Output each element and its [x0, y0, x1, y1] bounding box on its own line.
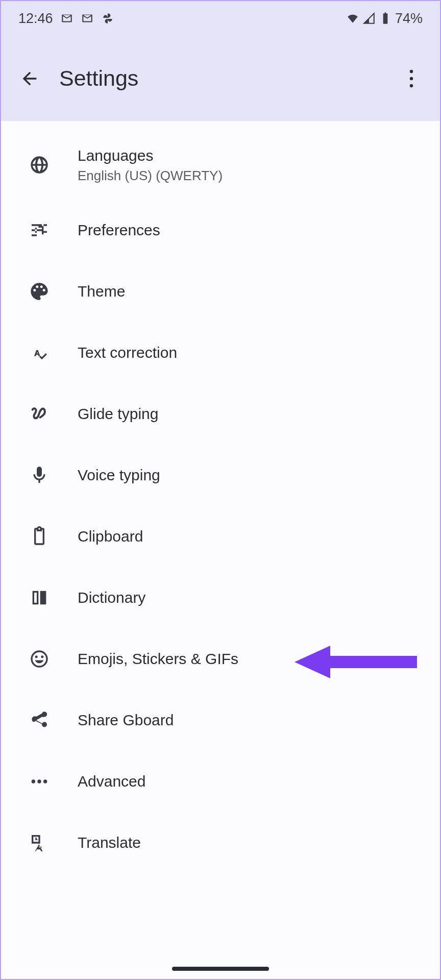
signal-icon — [362, 12, 376, 25]
arrow-back-icon — [19, 68, 40, 89]
gesture-nav-bar — [172, 967, 269, 971]
smiley-icon — [1, 649, 78, 669]
settings-item-share-gboard[interactable]: Share Gboard — [1, 690, 440, 751]
svg-point-3 — [410, 84, 413, 87]
back-button[interactable] — [13, 62, 46, 95]
item-title: Theme — [78, 282, 428, 301]
palette-icon — [1, 281, 78, 302]
mail-icon — [60, 12, 74, 25]
settings-item-clipboard[interactable]: Clipboard — [1, 506, 440, 567]
item-title: Advanced — [78, 772, 428, 791]
settings-item-preferences[interactable]: Preferences — [1, 200, 440, 261]
mic-icon — [1, 465, 78, 485]
settings-item-glide-typing[interactable]: Glide typing — [1, 383, 440, 445]
clipboard-icon — [1, 526, 78, 547]
book-icon — [1, 587, 78, 608]
svg-point-2 — [410, 77, 413, 80]
item-title: Languages — [78, 146, 428, 165]
item-title: Share Gboard — [78, 710, 428, 730]
status-time: 12:46 — [18, 11, 53, 27]
svg-point-1 — [410, 69, 413, 72]
more-vert-icon — [409, 69, 413, 88]
settings-item-theme[interactable]: Theme — [1, 261, 440, 322]
settings-item-advanced[interactable]: Advanced — [1, 751, 440, 812]
mail-icon-2 — [81, 12, 94, 25]
item-title: Emojis, Stickers & GIFs — [78, 649, 428, 669]
globe-icon — [1, 155, 78, 175]
battery-icon — [379, 12, 392, 25]
settings-list: Languages English (US) (QWERTY) Preferen… — [1, 121, 440, 980]
item-title: Clipboard — [78, 527, 428, 546]
battery-text: 74% — [395, 11, 423, 27]
item-title: Text correction — [78, 343, 428, 362]
settings-item-dictionary[interactable]: Dictionary — [1, 567, 440, 628]
pinwheel-icon — [101, 12, 114, 25]
item-title: Voice typing — [78, 465, 428, 485]
spellcheck-icon — [1, 342, 78, 363]
settings-item-emojis-stickers-gifs[interactable]: Emojis, Stickers & GIFs — [1, 628, 440, 690]
item-title: Preferences — [78, 220, 428, 240]
page-title: Settings — [59, 66, 138, 91]
settings-item-voice-typing[interactable]: Voice typing — [1, 445, 440, 506]
svg-point-6 — [43, 779, 47, 783]
svg-rect-0 — [384, 17, 387, 23]
wifi-icon — [346, 12, 359, 25]
overflow-menu-button[interactable] — [395, 62, 428, 95]
status-right: 74% — [346, 11, 423, 27]
status-left: 12:46 — [18, 11, 114, 27]
settings-item-translate[interactable]: Translate — [1, 812, 440, 873]
svg-point-5 — [37, 779, 41, 783]
gesture-icon — [1, 404, 78, 424]
status-bar: 12:46 74% — [1, 1, 440, 36]
translate-icon — [1, 832, 78, 853]
share-icon — [1, 710, 78, 730]
tune-icon — [1, 220, 78, 240]
settings-item-text-correction[interactable]: Text correction — [1, 322, 440, 383]
item-title: Translate — [78, 833, 428, 852]
item-title: Glide typing — [78, 404, 428, 424]
app-bar: Settings — [1, 36, 440, 121]
item-subtitle: English (US) (QWERTY) — [78, 168, 428, 184]
svg-point-4 — [32, 779, 35, 783]
settings-item-languages[interactable]: Languages English (US) (QWERTY) — [1, 130, 440, 200]
more-horiz-icon — [1, 771, 78, 792]
item-title: Dictionary — [78, 588, 428, 607]
